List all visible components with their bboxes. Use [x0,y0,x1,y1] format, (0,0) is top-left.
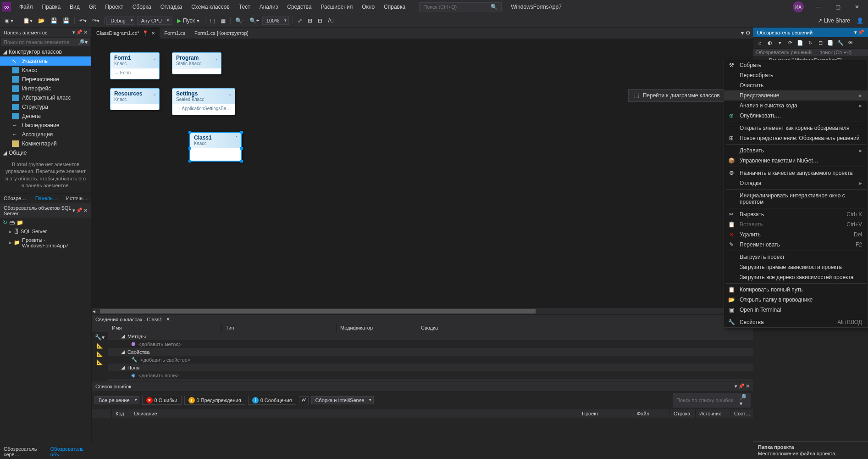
db-icon[interactable]: 🗃 [9,219,15,226]
resize-handle[interactable] [240,147,243,150]
folder-icon[interactable]: 📁 [17,219,23,226]
ctx-open-root[interactable]: Открыть элемент как корень обозревателя [724,123,868,133]
ctx-cut[interactable]: ✂ВырезатьCtrl+X [724,209,868,219]
ctx-add[interactable]: Добавить▸ [724,146,868,156]
col-code[interactable]: Код [112,409,130,418]
pin-icon[interactable]: 📌 [858,29,864,35]
tab-server-explorer[interactable]: Обозреватель серв… [0,444,47,459]
solution-search[interactable]: Обозреватель решений — поиск (Ctrl+ж) [753,49,868,56]
tab-sources[interactable]: Источники… [62,194,91,203]
class-settings[interactable]: SettingsSealed Класс⌄ → ApplicationSetti… [172,88,235,115]
chevron-icon[interactable]: ⌄ [153,91,156,96]
toolbox-group-general[interactable]: ◢ Общие [0,148,91,157]
zoom-out-button[interactable]: 🔍- [232,17,247,25]
toolbar-btn-6[interactable]: A↕ [325,17,337,25]
minimize-button[interactable]: — [809,0,828,13]
toolbar-btn-5[interactable]: ⊟ [315,17,325,25]
platform-combo[interactable]: Any CPU [137,17,171,25]
menu-debug[interactable]: Отладка [156,1,187,13]
ctx-rename[interactable]: ✎ПереименоватьF2 [724,240,868,250]
add-property[interactable]: 🔧<добавить свойство> [108,356,753,364]
toolbox-interface[interactable]: Интерфейс [0,84,91,93]
col-state[interactable]: Сост… [730,409,753,418]
close-icon[interactable]: ✕ [83,207,88,213]
dropdown-icon[interactable]: ▾ [72,29,75,35]
show-button[interactable]: 📑 [826,38,835,47]
chevron-icon[interactable]: ⌃ [235,135,238,140]
method-icon[interactable]: 🔧▾ [95,334,105,341]
menu-extensions[interactable]: Расширения [316,1,357,13]
close-icon[interactable]: ✕ [151,31,155,36]
toolbox-delegate[interactable]: Делегат [0,112,91,121]
tab-object-explorer[interactable]: Обозреватель объ… [47,444,92,459]
toolbox-association[interactable]: Ассоциация [0,130,91,139]
menu-window[interactable]: Окно [357,1,379,13]
messages-filter[interactable]: i0 Сообщения [248,396,296,405]
toolbar-end-btn[interactable]: 👤 [854,17,866,25]
tab-form1-cs[interactable]: Form1.cs [160,28,190,39]
live-share-button[interactable]: ↗ Live Share [814,17,854,25]
pin-icon[interactable]: 📍 [142,30,149,36]
pin-icon[interactable]: 📌 [76,207,83,213]
ctx-clean[interactable]: Очистить [724,80,868,90]
toolbox-group-designer[interactable]: ◢ Конструктор классов [0,47,91,56]
home-button[interactable]: ⌂ [755,38,764,47]
menu-build[interactable]: Сборка [128,1,156,13]
nav-back-button[interactable]: ◉ ▾ [2,17,16,25]
menu-tools[interactable]: Средства [282,1,316,13]
toolbox-search-input[interactable] [4,39,78,45]
resize-handle[interactable] [188,147,191,150]
ctx-delete[interactable]: ✕УдалитьDel [724,230,868,240]
ctx-view[interactable]: Представление▸ [724,90,868,101]
save-all-button[interactable]: 💾 [60,17,72,25]
tab-explorer[interactable]: Обозревате… [0,194,32,203]
class-class1[interactable]: Class1Класс⌃ [189,132,242,162]
refresh-icon[interactable]: ↻ [3,219,7,226]
undo-button[interactable]: ↶▾ [77,17,89,25]
ctx-init-interactive[interactable]: Инициализировать интерактивное окно с пр… [724,190,868,207]
btn[interactable]: 📄 [796,38,805,47]
col-type[interactable]: Тип [222,324,337,332]
resize-handle[interactable] [240,131,243,134]
col-file[interactable]: Файл [633,409,670,418]
sql-projects-node[interactable]: ▹ 📁 Проекты - WindowsFormsApp7 [0,236,91,250]
global-search-input[interactable] [423,4,491,10]
goto-diagram-button[interactable]: ⬚ Перейти к диаграмме классов [628,89,726,102]
class-form1[interactable]: Form1Класс⌄ → Form [110,52,160,79]
ctx-unload[interactable]: Выгрузить проект [724,252,868,262]
redo-button[interactable]: ↷▾ [89,17,102,25]
ctx-set-startup[interactable]: ⚙Назначить в качестве запускаемого проек… [724,168,868,178]
ctx-analysis[interactable]: Анализ и очистка кода▸ [724,101,868,111]
resize-handle[interactable] [188,131,191,134]
menu-view[interactable]: Вид [65,1,84,13]
chevron-icon[interactable]: ⌄ [228,91,232,96]
filter-toggle[interactable]: 🗲 [299,396,309,404]
menu-help[interactable]: Справка [379,1,410,13]
menu-edit[interactable]: Правка [38,1,66,13]
ctx-open-terminal[interactable]: ▣Open in Terminal [724,305,868,315]
tab-form1-designer[interactable]: Form1.cs [Конструктор] [190,28,253,39]
collapse-button[interactable]: ⊟ [816,38,825,47]
col-name[interactable]: Имя [108,324,222,332]
pin-icon[interactable]: 📌 [76,29,83,35]
user-avatar[interactable]: ИА [793,1,804,12]
fwd-button[interactable]: ▾ [775,38,785,47]
error-search[interactable]: 🔎▾ [673,393,751,408]
menu-analyze[interactable]: Анализ [255,1,283,13]
col-icon[interactable] [92,409,112,418]
toolbox-pointer[interactable]: ↖Указатель [0,56,91,66]
ctx-nuget[interactable]: 📦Управление пакетами NuGet… [724,156,868,166]
ctx-publish[interactable]: ⊕Опубликовать… [724,111,868,121]
zoom-in-button[interactable]: 🔍+ [247,17,262,25]
toolbar-btn-4[interactable]: ⊞ [305,17,315,25]
ctx-new-view[interactable]: ⊞Новое представление: Обозреватель решен… [724,133,868,143]
chevron-icon[interactable]: ⌄ [215,56,218,61]
menu-git[interactable]: Git [84,1,100,13]
error-source-combo[interactable]: Сборка и IntelliSense [311,396,374,404]
toolbar-btn-3[interactable]: ⤢ [295,17,305,25]
class-program[interactable]: ProgramStatic Класс⌄ [172,52,221,74]
ctx-open-explorer[interactable]: 📂Открыть папку в проводнике [724,295,868,305]
chevron-icon[interactable]: ⌄ [153,56,156,61]
tab-toolbox[interactable]: Панель эле… [32,194,62,203]
toolbox-class[interactable]: Класс [0,66,91,75]
